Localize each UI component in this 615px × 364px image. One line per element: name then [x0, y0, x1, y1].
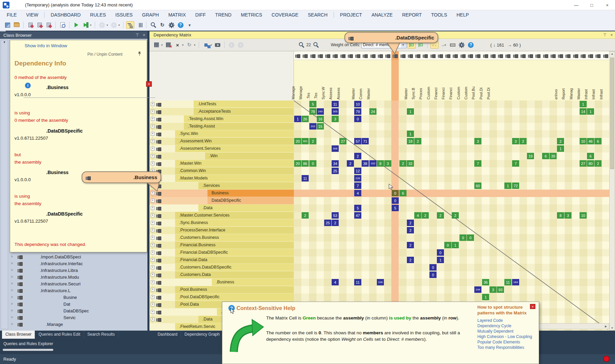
- chevron-right-icon[interactable]: >: [11, 268, 13, 272]
- column-assembly-icon[interactable]: [385, 54, 390, 57]
- tab-search-results[interactable]: Search Results: [84, 331, 118, 339]
- column-label[interactable]: Financi: [449, 62, 453, 100]
- show-info-link[interactable]: Show Info in Window: [25, 43, 67, 48]
- matrix-cell[interactable]: 79: [354, 108, 361, 115]
- matrix-cell[interactable]: 0: [392, 190, 399, 196]
- menu-item-matrix[interactable]: MATRIX: [164, 10, 191, 19]
- column-assembly-icon[interactable]: [325, 54, 330, 57]
- matrix-row-label[interactable]: .Business: [149, 279, 294, 286]
- zoom-in-icon[interactable]: [297, 41, 305, 49]
- matrix-cell[interactable]: 305: [332, 108, 339, 115]
- help-link-layered-code[interactable]: Layered Code: [477, 318, 503, 323]
- matrix-cell[interactable]: 25: [324, 220, 331, 226]
- dropdown-arrow-icon[interactable]: ▾: [211, 44, 212, 47]
- dropdown-arrow-icon[interactable]: ▾: [182, 44, 184, 47]
- matrix-cell[interactable]: 1: [580, 101, 587, 107]
- matrix-cell[interactable]: 226: [354, 175, 361, 181]
- open-project-icon[interactable]: [12, 21, 21, 29]
- column-label[interactable]: Master: [351, 62, 356, 100]
- matrix-cell[interactable]: 7: [354, 183, 361, 189]
- matrix-cell[interactable]: 2: [332, 220, 339, 226]
- chevron-right-icon[interactable]: >: [11, 295, 13, 299]
- matrix-cell[interactable]: 3: [490, 286, 497, 293]
- matrix-cell[interactable]: 26: [302, 116, 309, 122]
- column-assembly-icon[interactable]: [318, 54, 323, 57]
- matrix-row-label[interactable]: .Pool.Business: [149, 286, 294, 293]
- column-label[interactable]: Manage: [299, 62, 303, 100]
- matrix-cell[interactable]: 5: [392, 205, 399, 211]
- expand-plus-icon[interactable]: +: [151, 102, 155, 106]
- matrix-cell[interactable]: 32: [407, 160, 414, 167]
- column-assembly-icon[interactable]: [498, 54, 503, 57]
- matrix-cell[interactable]: 10: [580, 212, 587, 219]
- matrix-cell[interactable]: 106: [377, 279, 384, 285]
- expand-plus-icon[interactable]: +: [151, 228, 155, 232]
- column-assembly-icon[interactable]: [400, 54, 406, 57]
- dropdown-arrow-icon[interactable]: ▾: [194, 44, 195, 47]
- matrix-cell[interactable]: 2: [347, 160, 354, 167]
- matrix-cell[interactable]: 25: [332, 168, 339, 174]
- matrix-cell[interactable]: 72: [512, 183, 519, 189]
- matrix-cell[interactable]: 2: [414, 138, 421, 144]
- matrix-cell[interactable]: 2: [407, 242, 414, 248]
- pin-icon[interactable]: ⊤: [134, 33, 141, 37]
- matrix-cell[interactable]: 4: [354, 190, 361, 196]
- matrix-cell[interactable]: 152: [369, 160, 376, 167]
- matrix-layout-icon[interactable]: [202, 41, 210, 49]
- matrix-cell[interactable]: 7: [474, 160, 481, 167]
- column-assembly-icon[interactable]: [551, 54, 556, 57]
- scrollbar-thumb[interactable]: [610, 58, 614, 169]
- expand-plus-icon[interactable]: +: [151, 139, 155, 143]
- expand-plus-icon[interactable]: +: [151, 273, 155, 277]
- column-assembly-icon[interactable]: [393, 54, 398, 57]
- menu-item-help[interactable]: HELP: [452, 10, 474, 19]
- chevron-right-icon[interactable]: >: [11, 322, 13, 326]
- expand-plus-icon[interactable]: +: [151, 124, 155, 128]
- column-label[interactable]: Pool.Di: [486, 62, 491, 100]
- column-assembly-icon[interactable]: [438, 54, 443, 57]
- matrix-cell[interactable]: 60: [474, 183, 481, 189]
- column-assembly-icon[interactable]: [333, 54, 338, 57]
- matrix-cell[interactable]: 2: [302, 212, 309, 219]
- expand-plus-icon[interactable]: +: [151, 147, 155, 150]
- matrix-row-label[interactable]: .Assessment.Services: [149, 145, 294, 152]
- new-project-icon[interactable]: [3, 21, 11, 29]
- help-link-dependency-cycle[interactable]: Dependency Cycle: [477, 324, 511, 328]
- column-assembly-icon[interactable]: [430, 54, 436, 57]
- matrix-cell[interactable]: 2: [422, 212, 429, 219]
- matrix-cell[interactable]: 19: [527, 153, 534, 159]
- matrix-row-label[interactable]: DataDBSpecific: [149, 197, 294, 204]
- matrix-cell[interactable]: 12: [354, 168, 361, 174]
- menu-item-rules[interactable]: RULES: [85, 10, 111, 19]
- column-label[interactable]: .Tes: [314, 62, 318, 100]
- scroll-right-icon[interactable]: ▶: [604, 325, 608, 328]
- matrix-cell[interactable]: 6: [542, 153, 549, 159]
- matrix-cell[interactable]: 2: [354, 153, 361, 159]
- column-label[interactable]: .Tes: [306, 62, 311, 100]
- column-label[interactable]: Pool.Bu: [471, 62, 476, 100]
- chevron-right-icon[interactable]: >: [11, 261, 13, 265]
- matrix-cell[interactable]: 2: [399, 160, 407, 167]
- chevron-right-icon[interactable]: >: [11, 315, 13, 319]
- column-assembly-icon[interactable]: [460, 54, 466, 57]
- column-assembly-icon[interactable]: [491, 54, 496, 57]
- matrix-cell[interactable]: 2: [309, 138, 316, 144]
- column-label[interactable]: Financi: [434, 62, 438, 100]
- column-assembly-icon[interactable]: [295, 54, 300, 57]
- matrix-row-label[interactable]: .Common.Win: [149, 167, 294, 175]
- expand-plus-icon[interactable]: +: [151, 236, 155, 240]
- tree-item[interactable]: >Busine: [8, 294, 141, 301]
- matrix-back-icon[interactable]: [227, 41, 235, 49]
- matrix-cell[interactable]: 14: [580, 108, 587, 115]
- matrix-cell[interactable]: 3: [332, 116, 339, 122]
- matrix-cell[interactable]: 2: [437, 212, 444, 219]
- menu-item-view[interactable]: VIEW: [22, 10, 43, 19]
- close-panel-icon[interactable]: ×: [141, 33, 147, 37]
- tree-item[interactable]: >.Manage: [8, 321, 141, 328]
- clear-selection-icon[interactable]: [173, 41, 181, 49]
- matrix-cell[interactable]: 1: [557, 145, 564, 152]
- matrix-cell[interactable]: 20: [294, 138, 301, 144]
- matrix-cell[interactable]: 86: [302, 160, 309, 167]
- matrix-row-label[interactable]: .Sync.Win: [149, 130, 294, 138]
- toolbar-overflow-icon[interactable]: ▾: [186, 21, 194, 29]
